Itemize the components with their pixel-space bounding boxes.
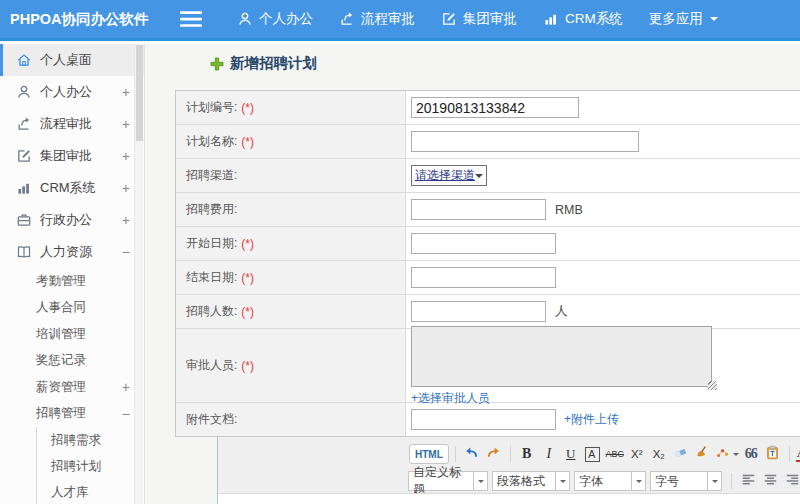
field-label: 附件文档: <box>176 403 406 436</box>
align-center-icon <box>763 472 778 490</box>
field-label-text: 计划编号: <box>186 99 237 116</box>
sidebar-item-label: 个人办公 <box>40 83 92 101</box>
blockquote-button[interactable]: 66 <box>741 444 761 464</box>
broom-icon <box>695 445 710 463</box>
toolbar-separator <box>789 446 790 462</box>
recruit-cost-input[interactable] <box>411 199 546 220</box>
unit-suffix: RMB <box>555 203 583 217</box>
align-right-button[interactable] <box>782 471 800 491</box>
sidebar-item-label: 行政办公 <box>40 211 92 229</box>
recruit-plan-form: 计划编号:(*)计划名称:(*)招聘渠道:请选择渠道招聘费用:RMB开始日期:(… <box>175 90 800 437</box>
chevron-down-icon <box>710 17 718 25</box>
undo-button[interactable] <box>462 444 482 464</box>
sidebar-subitem-label: 薪资管理 <box>36 379 86 396</box>
formatbrush-button[interactable] <box>693 444 713 464</box>
chevron-down-icon <box>708 471 722 491</box>
bold-button[interactable]: B <box>517 444 537 464</box>
topbar-item-集团审批[interactable]: 集团审批 <box>428 0 530 38</box>
field-value-cell <box>406 125 800 158</box>
button-glyph: I <box>546 446 551 462</box>
sidebar-item-集团审批[interactable]: 集团审批+ <box>0 140 144 172</box>
sidebar-subsubitem-人才库[interactable]: 人才库 <box>37 479 144 504</box>
button-glyph: HTML <box>415 449 443 460</box>
topbar-item-label: 更多应用 <box>649 10 703 28</box>
sidebar-item-流程审批[interactable]: 流程审批+ <box>0 108 144 140</box>
autotypeset-button[interactable]: A <box>583 444 603 464</box>
redo-icon <box>486 445 501 463</box>
sidebar-item-人力资源[interactable]: 人力资源− <box>0 236 144 268</box>
strikethrough-button[interactable]: ABC <box>605 444 625 464</box>
fontcolor-button[interactable]: A <box>796 444 800 464</box>
topbar-item-个人办公[interactable]: 个人办公 <box>224 0 326 38</box>
field-label-text: 开始日期: <box>186 235 237 252</box>
sidebar-item-个人桌面[interactable]: 个人桌面 <box>0 44 144 76</box>
italic-button[interactable]: I <box>539 444 559 464</box>
page-title-text: 新增招聘计划 <box>230 54 317 73</box>
chevron-down-icon <box>733 453 739 459</box>
form-row-recruit-cost: 招聘费用:RMB <box>176 193 800 227</box>
topbar-item-label: CRM系统 <box>565 10 623 28</box>
sidebar-subsubitem-label: 招聘需求 <box>51 432 101 449</box>
subscript-button[interactable]: X₂ <box>649 444 669 464</box>
redo-button[interactable] <box>484 444 504 464</box>
sidebar-item-CRM系统[interactable]: CRM系统+ <box>0 172 144 204</box>
sidebar-scrollbar[interactable] <box>134 44 143 504</box>
form-row-end-date: 结束日期:(*) <box>176 261 800 295</box>
align-left-button[interactable] <box>738 471 758 491</box>
sidebar-subsubitem-招聘计划[interactable]: 招聘计划 <box>37 453 144 479</box>
underline-button[interactable]: U <box>561 444 581 464</box>
field-label: 招聘人数:(*) <box>176 295 406 328</box>
end-date-input[interactable] <box>411 267 556 288</box>
topbar-item-CRM系统[interactable]: CRM系统 <box>530 0 636 38</box>
editor-dropdown-段落格式[interactable]: 段落格式 <box>492 471 570 491</box>
button-glyph: A <box>796 446 800 462</box>
html-source-button[interactable]: HTML <box>409 444 449 464</box>
editor-dropdown-字号[interactable]: 字号 <box>650 471 722 491</box>
autoformat-button[interactable] <box>715 444 739 464</box>
required-marker: (*) <box>241 135 254 149</box>
field-value-cell <box>406 91 800 124</box>
editor-dropdown-字体[interactable]: 字体 <box>574 471 646 491</box>
topbar-item-更多应用[interactable]: 更多应用 <box>636 0 731 38</box>
recruit-count-input[interactable] <box>411 301 546 322</box>
sidebar-item-行政办公[interactable]: 行政办公+ <box>0 204 144 236</box>
edit-icon <box>441 11 457 27</box>
required-marker: (*) <box>241 101 254 115</box>
editor-dropdown-自定义标题[interactable]: 自定义标题 <box>408 471 488 491</box>
field-value-cell: RMB <box>406 193 800 226</box>
paste-button[interactable] <box>763 444 783 464</box>
align-center-button[interactable] <box>760 471 780 491</box>
expand-toggle-icon: + <box>122 180 130 196</box>
sidebar-subitem-奖惩记录[interactable]: 奖惩记录 <box>0 348 144 375</box>
start-date-input[interactable] <box>411 233 556 254</box>
sidebar-subitem-招聘管理[interactable]: 招聘管理− <box>0 401 144 428</box>
sidebar-subitem-人事合同[interactable]: 人事合同 <box>0 295 144 322</box>
superscript-button[interactable]: X² <box>627 444 647 464</box>
attachment-input[interactable] <box>411 409 556 430</box>
sidebar-subitem-薪资管理[interactable]: 薪资管理+ <box>0 374 144 401</box>
resize-handle[interactable] <box>708 381 717 390</box>
editor-content-area[interactable] <box>218 494 800 504</box>
hamburger-menu-icon[interactable] <box>180 8 202 30</box>
required-marker: (*) <box>241 305 254 319</box>
required-marker: (*) <box>241 237 254 251</box>
plan-number-input[interactable] <box>411 97 579 118</box>
button-glyph: X² <box>631 448 643 460</box>
field-label-text: 附件文档: <box>186 411 237 428</box>
sidebar-item-个人办公[interactable]: 个人办公+ <box>0 76 144 108</box>
attachment-upload-link[interactable]: +附件上传 <box>564 411 619 428</box>
approvers-textarea[interactable] <box>411 326 712 387</box>
recruit-channel-select[interactable]: 请选择渠道 <box>411 165 487 186</box>
sidebar-subitem-考勤管理[interactable]: 考勤管理 <box>0 268 144 295</box>
sidebar-subsubitem-招聘需求[interactable]: 招聘需求 <box>37 427 144 453</box>
scrollbar-thumb[interactable] <box>136 45 143 141</box>
sidebar-subitem-培训管理[interactable]: 培训管理 <box>0 321 144 348</box>
sidebar-item-label: 人力资源 <box>40 243 92 261</box>
dropdown-value: 字体 <box>574 471 632 491</box>
topbar-item-流程审批[interactable]: 流程审批 <box>326 0 428 38</box>
plan-name-input[interactable] <box>411 131 639 152</box>
eraser-button[interactable] <box>671 444 691 464</box>
toolbar-separator <box>455 446 456 462</box>
required-marker: (*) <box>241 271 254 285</box>
field-label-text: 计划名称: <box>186 133 237 150</box>
